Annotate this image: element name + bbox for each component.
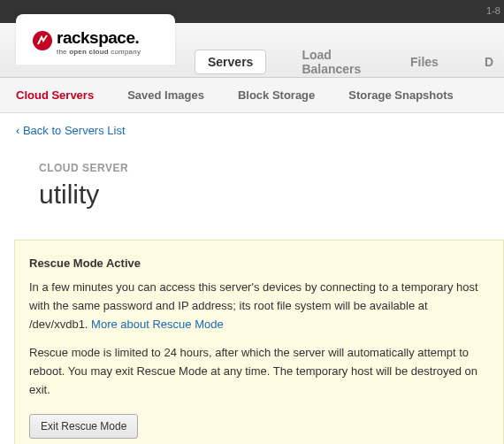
subnav-block-storage[interactable]: Block Storage: [238, 88, 315, 102]
more-about-rescue-link[interactable]: More about Rescue Mode: [91, 318, 224, 331]
nav-servers[interactable]: Servers: [195, 50, 266, 74]
brand-tagline: the open cloud company: [57, 48, 141, 56]
notice-title: Rescue Mode Active: [29, 256, 489, 270]
notice-paragraph-1: In a few minutes you can access this ser…: [29, 279, 489, 333]
subnav-storage-snapshots[interactable]: Storage Snapshots: [348, 88, 453, 102]
subnav-saved-images[interactable]: Saved Images: [127, 88, 204, 102]
nav-d[interactable]: D: [474, 50, 504, 74]
content-area: CLOUD SERVER utility Rescue Mode Active …: [0, 148, 504, 444]
logo[interactable]: rackspace. the open cloud company: [16, 14, 175, 65]
exit-rescue-mode-button[interactable]: Exit Rescue Mode: [29, 414, 138, 439]
rackspace-icon: [32, 30, 53, 54]
section-label: CLOUD SERVER: [39, 162, 504, 174]
rescue-mode-notice: Rescue Mode Active In a few minutes you …: [14, 240, 504, 444]
phone-prefix: 1-8: [486, 5, 500, 16]
nav-load-balancers[interactable]: Load Balancers: [291, 42, 375, 81]
notice-paragraph-2: Rescue mode is limited to 24 hours, afte…: [29, 344, 489, 399]
nav-files[interactable]: Files: [400, 50, 449, 74]
main-nav: Servers Load Balancers Files D: [195, 42, 504, 81]
header: rackspace. the open cloud company Server…: [0, 23, 504, 78]
subnav-cloud-servers[interactable]: Cloud Servers: [16, 88, 94, 102]
sub-nav: Cloud Servers Saved Images Block Storage…: [0, 78, 504, 113]
back-to-servers-link[interactable]: ‹ Back to Servers List: [0, 113, 504, 148]
server-name: utility: [39, 180, 504, 210]
brand-name: rackspace.: [57, 28, 141, 48]
